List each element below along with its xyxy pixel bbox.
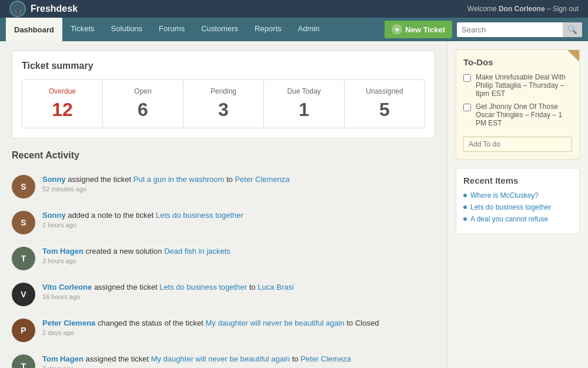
navbar: Dashboard Tickets Solutions Forums Custo… bbox=[0, 18, 588, 41]
todo-section: To-Dos Make Unrefusable Deal With Philip… bbox=[456, 49, 580, 160]
nav-admin[interactable]: Admin bbox=[290, 18, 328, 41]
ticket-link[interactable]: Lets do business together bbox=[156, 211, 243, 220]
person-link[interactable]: Tom Hagen bbox=[42, 247, 83, 256]
stat-pending: Pending 3 bbox=[183, 80, 264, 128]
stat-open: Open 6 bbox=[103, 80, 183, 128]
welcome-message: Welcome Don Corleone – Sign out bbox=[467, 5, 579, 13]
person-link[interactable]: Sonny bbox=[42, 211, 66, 220]
bullet-icon bbox=[463, 205, 467, 209]
target-link[interactable]: Peter Clemenza bbox=[235, 175, 289, 184]
person-link[interactable]: Tom Hagen bbox=[42, 354, 83, 363]
nav-forums[interactable]: Forums bbox=[151, 18, 193, 41]
ticket-link[interactable]: My daughter will never be beautiful agai… bbox=[206, 319, 345, 327]
stat-due-today-value: 1 bbox=[270, 99, 338, 121]
recent-activity-section: Recent Activity S Sonny assigned the tic… bbox=[12, 150, 435, 368]
nav-reports[interactable]: Reports bbox=[246, 18, 290, 41]
stat-open-label: Open bbox=[109, 87, 177, 95]
stat-pending-label: Pending bbox=[189, 87, 258, 95]
avatar: S bbox=[12, 211, 35, 234]
topbar: 🎧 Freshdesk Welcome Don Corleone – Sign … bbox=[0, 0, 588, 18]
stat-unassigned: Unassigned 5 bbox=[345, 80, 425, 128]
nav-dashboard[interactable]: Dashboard bbox=[6, 18, 62, 41]
activity-time: 2 days ago bbox=[42, 365, 435, 368]
recent-item: Where is McCluskey? bbox=[463, 191, 572, 200]
ticket-summary-title: Ticket summary bbox=[22, 61, 425, 71]
todo-checkbox-1[interactable] bbox=[463, 74, 471, 82]
ticket-link[interactable]: Dead fish in jackets bbox=[164, 247, 230, 256]
stat-open-value: 6 bbox=[109, 99, 177, 121]
brand: 🎧 Freshdesk bbox=[9, 1, 78, 17]
content-area: Ticket summary Overdue 12 Open 6 Pending… bbox=[0, 41, 447, 368]
app-name: Freshdesk bbox=[31, 4, 78, 14]
welcome-text: Welcome bbox=[467, 5, 497, 13]
activity-time: 16 hours ago bbox=[42, 293, 435, 300]
todo-title: To-Dos bbox=[463, 57, 572, 67]
activity-item: S Sonny assigned the ticket Put a gun in… bbox=[12, 169, 435, 205]
activity-item: T Tom Hagen assigned the ticket My daugh… bbox=[12, 349, 435, 368]
target-link[interactable]: Peter Clemeza bbox=[300, 354, 351, 363]
search-input[interactable] bbox=[457, 22, 563, 37]
sidebar: To-Dos Make Unrefusable Deal With Philip… bbox=[447, 41, 588, 368]
stat-overdue: Overdue 12 bbox=[22, 80, 103, 128]
nav-tickets[interactable]: Tickets bbox=[62, 18, 103, 41]
search-button[interactable]: 🔍 bbox=[563, 22, 582, 37]
bullet-icon bbox=[463, 194, 467, 197]
stat-overdue-value: 12 bbox=[28, 99, 96, 121]
activity-time: 3 hours ago bbox=[42, 257, 435, 264]
nav-customers[interactable]: Customers bbox=[193, 18, 246, 41]
avatar: V bbox=[12, 283, 35, 306]
recent-item-link[interactable]: Where is McCluskey? bbox=[470, 191, 539, 200]
todo-text-1: Make Unrefusable Deal With Philip Tattag… bbox=[476, 73, 572, 98]
activity-time: 2 hours ago bbox=[42, 221, 435, 228]
person-link[interactable]: Sonny bbox=[42, 175, 66, 184]
activity-text: Peter Clemena changed the status of the … bbox=[42, 319, 435, 336]
activity-text: Tom Hagen assigned the ticket My daughte… bbox=[42, 354, 435, 368]
stat-due-today: Due Today 1 bbox=[264, 80, 345, 128]
recent-items-title: Recent Items bbox=[463, 175, 572, 185]
plus-icon: + bbox=[392, 24, 402, 35]
new-ticket-label: New Ticket bbox=[405, 25, 445, 34]
stat-unassigned-value: 5 bbox=[350, 99, 419, 121]
recent-item: A deal you cannot refuse bbox=[463, 215, 572, 223]
person-link[interactable]: Vito Corleone bbox=[42, 283, 92, 291]
signout-link[interactable]: Sign out bbox=[553, 5, 579, 13]
todo-text-2: Get Jhonny One Of Those Oscar Thingies –… bbox=[476, 102, 572, 127]
ticket-link[interactable]: Put a gun in the washroom bbox=[133, 175, 225, 184]
activity-item: V Vito Corleone assigned the ticket Lets… bbox=[12, 277, 435, 313]
bullet-icon bbox=[463, 217, 467, 221]
new-ticket-button[interactable]: + New Ticket bbox=[385, 21, 452, 38]
nav-right: + New Ticket 🔍 bbox=[385, 18, 582, 41]
todo-item: Make Unrefusable Deal With Philip Tattag… bbox=[463, 73, 572, 98]
logo: 🎧 bbox=[9, 1, 26, 17]
user-name: Don Corleone bbox=[499, 5, 545, 13]
nav-solutions[interactable]: Solutions bbox=[103, 18, 151, 41]
recent-item-link[interactable]: A deal you cannot refuse bbox=[470, 215, 548, 223]
ticket-summary-section: Ticket summary Overdue 12 Open 6 Pending… bbox=[12, 51, 435, 138]
recent-activity-title: Recent Activity bbox=[12, 150, 435, 161]
recent-items-section: Recent Items Where is McCluskey? Lets do… bbox=[456, 168, 580, 234]
avatar: P bbox=[12, 319, 35, 342]
avatar: T bbox=[12, 247, 35, 270]
recent-item: Lets do business together bbox=[463, 203, 572, 211]
avatar: S bbox=[12, 175, 35, 198]
activity-time: 2 days ago bbox=[42, 329, 435, 336]
activity-item: S Sonny added a note to the ticket Lets … bbox=[12, 205, 435, 241]
person-link[interactable]: Peter Clemena bbox=[42, 319, 95, 327]
todo-add-input[interactable] bbox=[463, 137, 572, 152]
activity-item: P Peter Clemena changed the status of th… bbox=[12, 313, 435, 349]
main-layout: Ticket summary Overdue 12 Open 6 Pending… bbox=[0, 41, 588, 368]
todo-corner-decoration bbox=[567, 50, 579, 62]
ticket-link[interactable]: My daughter will never be beautiful agai… bbox=[151, 354, 290, 363]
activity-item: T Tom Hagen created a new solution Dead … bbox=[12, 241, 435, 277]
activity-text: Vito Corleone assigned the ticket Lets d… bbox=[42, 283, 435, 300]
target-link[interactable]: Luca Brasi bbox=[258, 283, 293, 291]
todo-item: Get Jhonny One Of Those Oscar Thingies –… bbox=[463, 102, 572, 127]
separator: – bbox=[547, 5, 551, 13]
activity-text: Tom Hagen created a new solution Dead fi… bbox=[42, 247, 435, 264]
recent-item-link[interactable]: Lets do business together bbox=[470, 203, 551, 211]
todo-checkbox-2[interactable] bbox=[463, 104, 471, 111]
avatar: T bbox=[12, 354, 35, 368]
stat-overdue-label: Overdue bbox=[28, 87, 96, 95]
activity-time: 52 minutes ago bbox=[42, 185, 435, 193]
ticket-link[interactable]: Lets do business together bbox=[159, 283, 247, 291]
